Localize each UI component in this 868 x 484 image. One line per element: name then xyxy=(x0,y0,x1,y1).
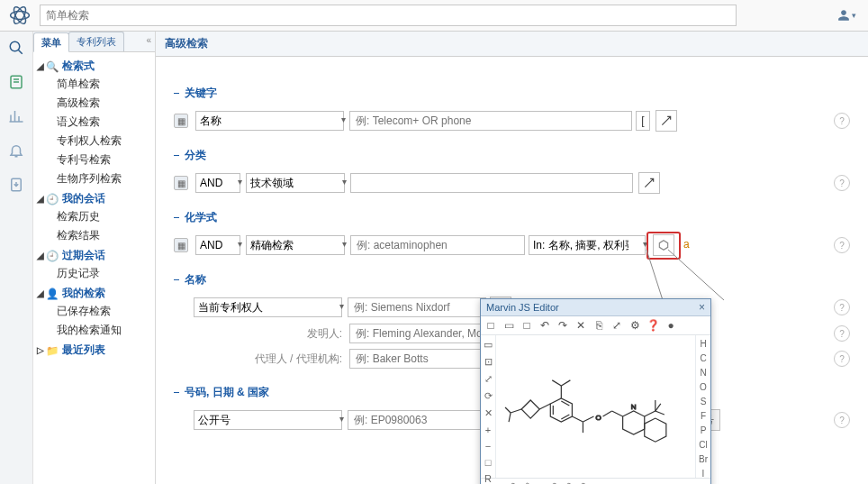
ltool-rect[interactable]: □ xyxy=(485,457,492,468)
rail-document-icon[interactable] xyxy=(7,73,25,91)
chem-mode-select[interactable]: 精确检索 xyxy=(246,235,345,255)
tool-undo-icon[interactable]: ↶ xyxy=(538,319,551,332)
tool-save-icon[interactable]: □ xyxy=(520,319,533,332)
editor-bottom-tools: − □ ⬡ ⬠ ◇ ⬡ ⬡ ⬡ xyxy=(481,478,710,484)
elem-N[interactable]: N xyxy=(700,368,706,378)
tree-item[interactable]: 我的检索通知 xyxy=(57,321,151,340)
btool-cycloheptane[interactable]: ⬡ xyxy=(565,481,574,485)
tool-settings-icon[interactable]: ⚙ xyxy=(628,319,641,332)
ltool-minus[interactable]: − xyxy=(485,441,491,452)
attorney-input[interactable] xyxy=(349,349,488,369)
tab-patent-list[interactable]: 专利列表 xyxy=(68,32,124,51)
names-field-select[interactable]: 当前专利权人 xyxy=(194,297,342,317)
tool-redo-icon[interactable]: ↷ xyxy=(556,319,569,332)
btool-cyclohexane[interactable]: ⬡ xyxy=(550,481,559,485)
elem-H[interactable]: H xyxy=(700,339,706,349)
keyword-input[interactable] xyxy=(349,111,632,131)
tree-item[interactable]: 高级检索 xyxy=(57,94,151,113)
add-row-button[interactable]: ▦ xyxy=(174,176,188,190)
help-icon[interactable]: ? xyxy=(834,351,850,367)
tool-cut-icon[interactable]: ✕ xyxy=(574,319,587,332)
topbar: ▾ xyxy=(0,0,868,32)
elem-F[interactable]: F xyxy=(701,411,706,421)
add-row-button[interactable]: ▦ xyxy=(174,114,188,128)
tree-item[interactable]: 生物序列检索 xyxy=(57,169,151,188)
tool-copy-icon[interactable]: ⎘ xyxy=(592,319,605,332)
ltool-erase[interactable]: ✕ xyxy=(484,407,493,419)
global-search[interactable] xyxy=(40,5,724,26)
tool-about-icon[interactable]: ● xyxy=(665,319,677,332)
ltool-plus[interactable]: + xyxy=(485,425,491,435)
tree-item[interactable]: 历史记录 xyxy=(57,264,151,283)
attorney-label: 代理人 / 代理机构: xyxy=(174,352,342,367)
tree-group-mysearch[interactable]: ◢👤我的检索 xyxy=(37,285,151,302)
rail-search-icon[interactable] xyxy=(7,39,25,57)
tree-group-expired[interactable]: ◢🕘过期会话 xyxy=(37,247,151,264)
ltool-zoom[interactable]: ⤢ xyxy=(484,373,493,385)
svg-marker-7 xyxy=(659,241,667,251)
chem-input[interactable] xyxy=(350,235,525,255)
editor-left-tools: ▭ ⊡ ⤢ ⟳ ✕ + − □ R xyxy=(481,335,496,478)
keyword-field-select[interactable]: 名称 xyxy=(195,111,344,131)
tab-menu[interactable]: 菜单 xyxy=(33,32,69,52)
class-input[interactable] xyxy=(350,173,633,193)
tree-group-recent[interactable]: ▷📁最近列表 xyxy=(37,342,151,359)
ltool-selection[interactable]: ▭ xyxy=(484,339,493,351)
section-names: 名称 xyxy=(174,272,850,288)
tree-item[interactable]: 简单检索 xyxy=(57,75,151,94)
help-icon[interactable]: ? xyxy=(834,237,850,253)
chem-op-select[interactable]: AND xyxy=(195,235,240,255)
elem-P[interactable]: P xyxy=(701,425,707,435)
global-search-input[interactable] xyxy=(40,5,737,26)
tree-item[interactable]: 专利号检索 xyxy=(57,151,151,169)
chem-scope-select[interactable]: In: 名称, 摘要, 权利要求 xyxy=(529,235,646,255)
tree-item[interactable]: 已保存检索 xyxy=(57,302,151,321)
svg-marker-28 xyxy=(623,411,645,434)
structure-editor-button[interactable] xyxy=(653,234,674,256)
tool-new-icon[interactable]: □ xyxy=(484,319,497,332)
help-icon[interactable]: ? xyxy=(834,299,850,315)
elem-C[interactable]: C xyxy=(700,353,706,363)
numbers-input[interactable] xyxy=(348,410,486,430)
btool-cyclooctane[interactable]: ⬡ xyxy=(579,481,588,485)
tree-item[interactable]: 语义检索 xyxy=(57,113,151,132)
tree-item[interactable]: 检索历史 xyxy=(57,207,151,226)
tool-help-icon[interactable]: ❓ xyxy=(646,319,659,332)
elem-Cl[interactable]: Cl xyxy=(699,440,707,450)
tool-open-icon[interactable]: ▭ xyxy=(502,319,515,332)
tree-group-search[interactable]: ◢🔍检索式 xyxy=(37,58,151,75)
rail-chart-icon[interactable] xyxy=(7,107,25,125)
op-toggle[interactable]: [ xyxy=(636,111,650,131)
close-icon[interactable]: × xyxy=(699,301,705,314)
help-icon[interactable]: ? xyxy=(834,412,850,428)
ltool-lasso[interactable]: ⊡ xyxy=(484,356,493,368)
btool-benzene[interactable]: ⬡ xyxy=(509,481,518,485)
elem-S[interactable]: S xyxy=(701,397,707,406)
elem-O[interactable]: O xyxy=(700,382,707,392)
ltool-rotate[interactable]: ⟳ xyxy=(484,390,493,402)
btool-cyclopentane[interactable]: ⬠ xyxy=(523,481,532,485)
elem-I[interactable]: I xyxy=(702,469,705,479)
tree-item[interactable]: 检索结果 xyxy=(57,226,151,245)
assignee-input[interactable] xyxy=(348,297,486,317)
wand-button[interactable] xyxy=(638,172,660,194)
tree-group-session[interactable]: ◢🕘我的会话 xyxy=(37,190,151,207)
add-row-button[interactable]: ▦ xyxy=(174,238,188,252)
numbers-field-select[interactable]: 公开号 xyxy=(194,410,342,430)
wand-button[interactable] xyxy=(656,110,677,132)
rail-bell-icon[interactable] xyxy=(7,142,25,160)
tree-item[interactable]: 专利权人检索 xyxy=(57,132,151,151)
sidebar-collapse-icon[interactable]: « xyxy=(146,35,151,45)
help-icon[interactable]: ? xyxy=(834,175,850,191)
inventor-input[interactable] xyxy=(349,324,488,343)
help-icon[interactable]: ? xyxy=(834,325,850,342)
help-icon[interactable]: ? xyxy=(834,113,850,129)
editor-canvas[interactable]: O N xyxy=(496,335,695,478)
class-op-select[interactable]: AND xyxy=(195,173,240,193)
user-menu-button[interactable]: ▾ xyxy=(832,4,861,27)
rail-download-icon[interactable] xyxy=(7,176,25,194)
elem-Br[interactable]: Br xyxy=(699,454,708,464)
btool-cyclobutane[interactable]: ◇ xyxy=(538,481,545,485)
tool-zoom-icon[interactable]: ⤢ xyxy=(610,319,623,332)
class-field-select[interactable]: 技术领域 xyxy=(246,173,345,193)
